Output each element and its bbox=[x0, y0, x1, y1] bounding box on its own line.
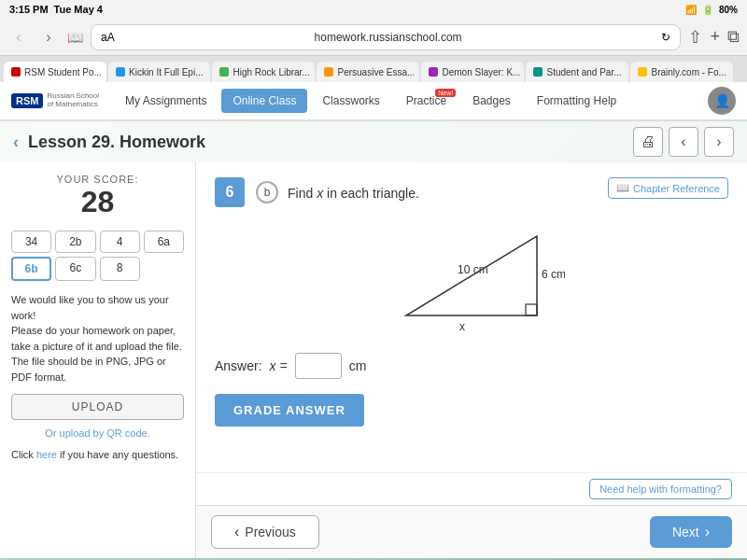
lesson-back-button[interactable]: ‹ bbox=[13, 133, 19, 152]
problem-btn-34[interactable]: 34 bbox=[11, 231, 51, 253]
problem-part: b bbox=[256, 181, 278, 203]
svg-rect-1 bbox=[526, 304, 537, 315]
score-value: 28 bbox=[11, 185, 184, 219]
answer-input[interactable] bbox=[295, 353, 342, 379]
qr-text-static: Or upload by bbox=[45, 427, 106, 439]
problem-container: 6 b Find x in each triangle. 📖 Chapter R… bbox=[196, 162, 747, 472]
answer-unit: cm bbox=[349, 358, 367, 373]
right-panel: 6 b Find x in each triangle. 📖 Chapter R… bbox=[196, 162, 747, 558]
problem-btn-4[interactable]: 4 bbox=[100, 231, 140, 253]
triangle-diagram: x 10 cm 6 cm bbox=[378, 222, 565, 334]
status-time: 3:15 PM bbox=[9, 4, 49, 15]
nav-my-assignments[interactable]: My Assignments bbox=[114, 89, 218, 113]
browser-chrome: ‹ › 📖 aA homework.russianschool.com ↻ ⇧ … bbox=[0, 19, 747, 56]
browser-tabs: RSM Student Po... Kickin It Full Epi... … bbox=[0, 56, 747, 82]
qr-code-link[interactable]: QR code. bbox=[106, 427, 149, 439]
wifi-icon: 📶 bbox=[685, 5, 697, 15]
answer-equation: x = bbox=[270, 358, 288, 373]
left-panel: YOUR SCORE: 28 34 2b 4 6a 6b 6c 8 We wou… bbox=[0, 162, 196, 558]
tabs-button[interactable]: ⧉ bbox=[727, 27, 740, 47]
questions-link[interactable]: here bbox=[36, 449, 57, 460]
nav-online-class[interactable]: Online Class bbox=[221, 89, 307, 113]
status-date: Tue May 4 bbox=[54, 4, 103, 15]
tab-favicon-student bbox=[533, 67, 543, 77]
tab-student[interactable]: Student and Par... bbox=[526, 62, 628, 82]
nav-items: My Assignments Online Class Classworks P… bbox=[114, 89, 627, 113]
problem-btn-6c[interactable]: 6c bbox=[55, 257, 95, 281]
prev-arrow-icon: ‹ bbox=[234, 524, 239, 540]
svg-text:x: x bbox=[459, 320, 465, 333]
url-text: homework.russianschool.com bbox=[120, 31, 656, 44]
tab-label-rsm: RSM Student Po... bbox=[24, 67, 102, 77]
tab-favicon-brainly bbox=[638, 67, 647, 77]
previous-button[interactable]: ‹ Previous bbox=[211, 515, 319, 549]
answer-label: Answer: bbox=[215, 358, 262, 373]
tab-kickin[interactable]: Kickin It Full Epi... bbox=[108, 62, 210, 82]
svg-text:6 cm: 6 cm bbox=[542, 268, 565, 281]
nav-formatting-help[interactable]: Formatting Help bbox=[526, 89, 627, 113]
tab-library[interactable]: High Rock Librar... bbox=[212, 62, 315, 82]
logo-subtitle: Russian Schoolof Mathematics bbox=[47, 92, 99, 109]
next-lesson-button[interactable]: › bbox=[704, 127, 734, 157]
tab-favicon-kickin bbox=[116, 67, 125, 77]
problem-btn-8[interactable]: 8 bbox=[100, 257, 140, 281]
tab-label-essay: Persuasive Essa... bbox=[337, 67, 415, 77]
next-label: Next bbox=[672, 525, 699, 539]
next-button[interactable]: Next › bbox=[650, 516, 732, 548]
instruction-text: We would like you to show us your work! … bbox=[11, 292, 184, 385]
user-avatar[interactable]: 👤 bbox=[708, 87, 736, 115]
prev-lesson-button[interactable]: ‹ bbox=[669, 127, 698, 157]
nav-practice[interactable]: Practice bbox=[395, 89, 458, 113]
forward-button[interactable]: › bbox=[37, 26, 60, 49]
score-section: YOUR SCORE: 28 bbox=[11, 174, 184, 219]
share-button[interactable]: ⇧ bbox=[688, 27, 702, 48]
upload-button[interactable]: UPLOAD bbox=[11, 394, 184, 420]
new-tab-button[interactable]: + bbox=[710, 27, 720, 47]
tab-favicon-demon bbox=[429, 67, 438, 77]
logo-box: RSM bbox=[11, 93, 43, 108]
book-icon: 📖 bbox=[616, 182, 629, 194]
nav-buttons: ‹ Previous Next › bbox=[196, 505, 747, 558]
app-nav: RSM Russian Schoolof Mathematics My Assi… bbox=[0, 82, 747, 121]
address-bar[interactable]: aA homework.russianschool.com ↻ bbox=[91, 24, 681, 50]
main-layout: YOUR SCORE: 28 34 2b 4 6a 6b 6c 8 We wou… bbox=[0, 162, 747, 558]
refresh-icon[interactable]: ↻ bbox=[661, 31, 670, 44]
tab-rsm[interactable]: RSM Student Po... bbox=[4, 62, 106, 82]
battery-pct: 80% bbox=[719, 5, 738, 15]
nav-badges[interactable]: Badges bbox=[461, 89, 522, 113]
formatting-help-button[interactable]: Need help with formatting? bbox=[589, 479, 732, 499]
nav-classworks[interactable]: Classworks bbox=[311, 89, 390, 113]
problem-grid: 34 2b 4 6a 6b 6c 8 bbox=[11, 231, 184, 281]
tab-demon[interactable]: Demon Slayer: K... bbox=[421, 62, 524, 82]
lesson-title: Lesson 29. Homework bbox=[28, 133, 624, 152]
problem-number: 6 bbox=[215, 177, 245, 207]
tab-label-library: High Rock Librar... bbox=[233, 67, 309, 77]
back-button[interactable]: ‹ bbox=[7, 26, 30, 49]
tab-favicon-rsm bbox=[11, 67, 21, 77]
tab-label-demon: Demon Slayer: K... bbox=[442, 67, 520, 77]
battery-icon: 🔋 bbox=[702, 5, 713, 15]
tab-essay[interactable]: Persuasive Essa... bbox=[317, 62, 419, 82]
problem-header: 6 b Find x in each triangle. 📖 Chapter R… bbox=[215, 177, 728, 207]
next-arrow-icon: › bbox=[705, 524, 710, 540]
grade-answer-button[interactable]: GRADE ANSWER bbox=[215, 394, 364, 427]
svg-text:10 cm: 10 cm bbox=[458, 263, 488, 276]
tab-favicon-library bbox=[219, 67, 229, 77]
tab-brainly[interactable]: Brainly.com - Fo... bbox=[630, 62, 733, 82]
formatting-help-row: Need help with formatting? bbox=[196, 472, 747, 505]
chapter-reference-button[interactable]: 📖 Chapter Reference bbox=[608, 177, 728, 199]
rsm-logo: RSM Russian Schoolof Mathematics bbox=[11, 92, 99, 109]
problem-btn-2b[interactable]: 2b bbox=[55, 231, 95, 253]
tab-label-brainly: Brainly.com - Fo... bbox=[651, 67, 726, 77]
answer-row: Answer: x = cm bbox=[215, 353, 728, 379]
problem-btn-6a[interactable]: 6a bbox=[144, 231, 184, 253]
diagram-area: x 10 cm 6 cm bbox=[215, 222, 728, 334]
font-size-control: aA bbox=[101, 31, 115, 44]
status-bar: 3:15 PM Tue May 4 📶 🔋 80% bbox=[0, 0, 747, 19]
click-text: Click here if you have any questions. bbox=[11, 448, 184, 462]
print-button[interactable]: 🖨 bbox=[633, 127, 663, 157]
problem-text: Find x in each triangle. bbox=[288, 180, 419, 201]
content-area: ‹ Lesson 29. Homework 🖨 ‹ › YOUR SCORE: … bbox=[0, 121, 747, 560]
problem-btn-6b[interactable]: 6b bbox=[11, 257, 51, 281]
reader-icon: 📖 bbox=[67, 30, 83, 45]
